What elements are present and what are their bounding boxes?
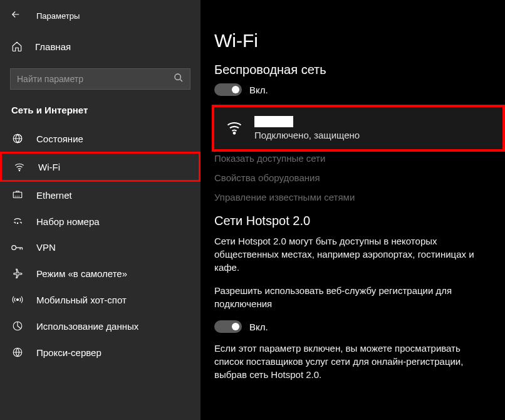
sidebar-item-label: Использование данных xyxy=(36,321,138,332)
home-label: Главная xyxy=(35,41,71,52)
sidebar-item-datausage[interactable]: Использование данных xyxy=(0,313,200,339)
home-button[interactable]: Главная xyxy=(0,32,200,61)
svg-rect-3 xyxy=(13,192,22,198)
window-title: Параметры xyxy=(36,11,80,21)
hotspot-desc: Сети Hotspot 2.0 могут быть доступны в н… xyxy=(214,234,491,274)
sidebar-item-label: Мобильный хот-спот xyxy=(36,295,127,305)
sidebar-item-ethernet[interactable]: Ethernet xyxy=(0,182,200,208)
wireless-heading: Беспроводная сеть xyxy=(214,63,491,77)
hotspot-note: Если этот параметр включен, вы можете пр… xyxy=(214,342,491,381)
svg-point-4 xyxy=(17,223,18,224)
link-hardware-props[interactable]: Свойства оборудования xyxy=(214,172,491,183)
sidebar-item-label: Прокси-сервер xyxy=(36,347,102,358)
network-name-redacted xyxy=(254,116,293,127)
network-status: Подключено, защищено xyxy=(254,130,360,140)
sidebar-item-label: Режим «в самолете» xyxy=(36,268,127,279)
airplane-icon xyxy=(11,268,24,279)
hotspot-icon xyxy=(11,294,24,305)
wifi-icon xyxy=(13,161,26,172)
sidebar-item-label: VPN xyxy=(36,242,56,253)
home-icon xyxy=(11,41,23,52)
sidebar-item-dialup[interactable]: Набор номера xyxy=(0,208,200,234)
sidebar-item-airplane[interactable]: Режим «в самолете» xyxy=(0,260,200,286)
sidebar-item-label: Состояние xyxy=(36,134,83,144)
search-input[interactable] xyxy=(17,74,174,84)
page-title: Wi-Fi xyxy=(214,30,491,51)
hotspot-heading: Сети Hotspot 2.0 xyxy=(214,214,491,228)
dialup-icon xyxy=(11,216,24,227)
hotspot-allow-text: Разрешить использовать веб-службу регист… xyxy=(214,284,491,310)
svg-point-6 xyxy=(17,299,19,301)
hotspot-toggle[interactable] xyxy=(214,320,242,333)
link-show-networks[interactable]: Показать доступные сети xyxy=(214,152,491,164)
sidebar-item-label: Набор номера xyxy=(36,216,100,227)
hotspot-toggle-label: Вкл. xyxy=(249,322,268,332)
sidebar-item-wifi[interactable]: Wi-Fi xyxy=(0,152,200,182)
search-box[interactable] xyxy=(10,68,190,90)
sidebar-item-status[interactable]: Состояние xyxy=(0,125,200,152)
sidebar-item-vpn[interactable]: VPN xyxy=(0,234,200,260)
vpn-icon xyxy=(11,243,24,252)
status-icon xyxy=(11,133,24,144)
sidebar-item-label: Wi-Fi xyxy=(38,162,60,172)
sidebar-item-proxy[interactable]: Прокси-сервер xyxy=(0,339,200,365)
sidebar-item-label: Ethernet xyxy=(36,190,72,201)
network-card[interactable]: Подключено, защищено xyxy=(212,105,505,152)
wifi-signal-icon xyxy=(226,118,243,139)
back-icon[interactable] xyxy=(10,9,21,23)
section-label: Сеть и Интернет xyxy=(0,100,200,125)
search-icon xyxy=(174,73,184,85)
datausage-icon xyxy=(11,320,24,332)
svg-point-0 xyxy=(175,74,180,80)
sidebar-item-hotspot[interactable]: Мобильный хот-спот xyxy=(0,286,200,313)
wifi-toggle-label: Вкл. xyxy=(249,85,268,95)
ethernet-icon xyxy=(11,189,24,201)
link-manage-known[interactable]: Управление известными сетями xyxy=(214,192,491,202)
proxy-icon xyxy=(11,347,24,358)
svg-point-9 xyxy=(234,132,236,134)
svg-point-5 xyxy=(12,245,16,249)
svg-point-2 xyxy=(19,170,20,171)
wifi-toggle[interactable] xyxy=(214,83,242,96)
